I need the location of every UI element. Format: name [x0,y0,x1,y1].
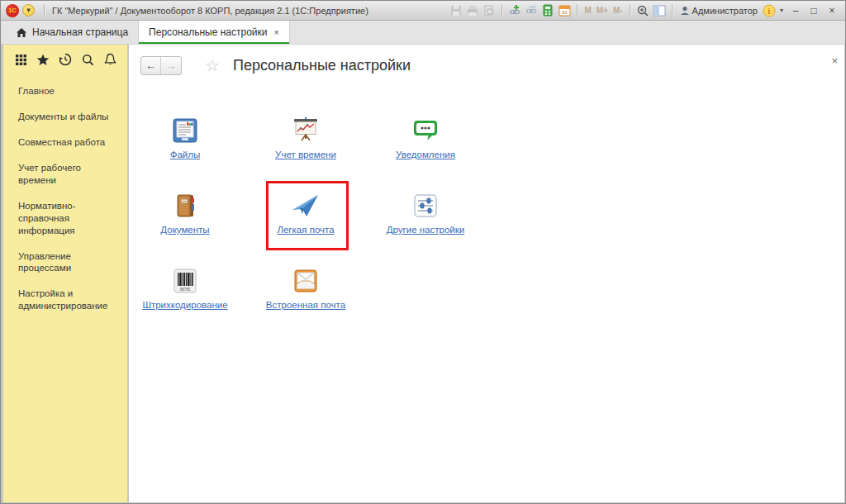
panel-header: ← → ☆ Персональные настройки [140,52,836,78]
tab-home-page[interactable]: Начальная страница [6,21,138,44]
sidebar-item-settings-administration[interactable]: Настройка и администрирование [3,281,127,319]
split-window-icon[interactable] [652,3,667,18]
main-menu-button[interactable]: ▼ [22,4,35,17]
calculator-icon[interactable] [540,3,555,18]
documents-book-icon [125,182,245,220]
history-nav-group: ← → [140,56,182,75]
paper-plane-icon [245,182,366,220]
preview-icon[interactable] [482,3,497,18]
info-dropdown-caret[interactable]: ▾ [780,7,783,14]
back-button[interactable]: ← [141,57,161,74]
mail-envelope-icon [245,257,366,295]
close-button[interactable]: × [824,3,840,18]
tile-other-settings[interactable]: Другие настройки [365,182,486,236]
print-icon[interactable] [465,3,480,18]
settings-link-barcoding[interactable]: Штрихкодирование [142,300,227,310]
barcode-icon: 98765 [125,257,245,295]
tile-notifications[interactable]: Уведомления [365,107,486,161]
search-icon[interactable] [80,52,95,67]
memory-minus-button[interactable]: M- [611,6,625,15]
forward-button[interactable]: → [161,57,181,74]
history-icon[interactable] [58,52,73,67]
calendar-icon[interactable]: 31 [557,3,572,18]
notification-bubble-icon [365,107,486,145]
current-user[interactable]: Администратор [680,6,758,16]
tab-label: Персональные настройки [149,26,267,38]
sidebar-item-reference-info[interactable]: Нормативно-справочная информация [3,193,127,244]
tile-barcoding[interactable]: 98765 Штрихкодирование [125,257,245,311]
settings-link-files[interactable]: Файлы [170,150,201,159]
sections-sidebar: Главное Документы и файлы Совместная раб… [3,45,128,502]
svg-text:98765: 98765 [180,288,191,292]
settings-link-time-tracking[interactable]: Учет времени [275,150,336,159]
svg-text:31: 31 [562,10,568,15]
divider [501,4,502,17]
window-title: ГК "Меркурий" / Документооборот 8 КОРП, … [52,6,368,16]
bell-icon[interactable] [102,52,117,67]
save-icon[interactable] [449,3,463,18]
sidebar-item-documents-files[interactable]: Документы и файлы [3,104,127,130]
svg-text:i: i [768,7,771,16]
divider [630,4,630,17]
divider [672,4,673,17]
1c-logo-icon: 1С [6,4,19,17]
user-icon [680,6,690,16]
tile-easy-mail[interactable]: Легкая почта [245,182,366,236]
settings-link-easy-mail[interactable]: Легкая почта [277,225,334,235]
application-window: 1С ▼ ГК "Меркурий" / Документооборот 8 К… [0,0,846,504]
settings-link-other-settings[interactable]: Другие настройки [387,225,464,235]
home-icon [16,27,27,38]
time-chart-icon [245,107,366,145]
title-bar: 1С ▼ ГК "Меркурий" / Документооборот 8 К… [1,1,845,21]
tile-builtin-mail[interactable]: Встроенная почта [245,257,366,311]
memory-recall-button[interactable]: M [582,6,593,15]
maximize-button[interactable]: □ [806,3,822,18]
divider [577,4,577,17]
tab-label: Начальная страница [32,26,128,38]
sidebar-item-collaboration[interactable]: Совместная работа [3,130,127,155]
sliders-icon [365,182,486,220]
tab-close-icon[interactable]: × [274,27,279,37]
memory-plus-button[interactable]: M+ [594,6,611,15]
sidebar-item-main[interactable]: Главное [3,78,127,104]
minimize-button[interactable]: – [787,3,804,18]
get-link-icon[interactable] [524,3,539,18]
sections-menu: Главное Документы и файлы Совместная раб… [3,78,127,319]
sidebar-item-time-tracking[interactable]: Учет рабочего времени [3,155,127,193]
sidebar-toolbar [3,45,127,74]
star-icon[interactable] [36,52,50,67]
tab-personal-settings[interactable]: Персональные настройки × [138,21,290,44]
tile-files[interactable]: Файлы [125,107,245,161]
files-icon [125,107,245,145]
sidebar-item-process-management[interactable]: Управление процессами [3,244,127,282]
zoom-icon[interactable] [635,3,650,18]
settings-link-builtin-mail[interactable]: Встроенная почта [266,300,345,310]
tab-bar: Начальная страница Персональные настройк… [1,21,845,45]
tile-documents[interactable]: Документы [125,182,245,236]
main-panel: ← → ☆ Персональные настройки × Файлы Уче… [129,45,844,502]
settings-link-notifications[interactable]: Уведомления [396,150,455,159]
panel-close-icon[interactable]: × [831,55,838,67]
page-title: Персональные настройки [233,57,411,74]
tile-time-tracking[interactable]: Учет времени [245,107,366,161]
divider [44,4,45,17]
menu-grid-icon[interactable] [13,52,28,67]
add-link-icon[interactable] [507,3,522,18]
info-icon[interactable]: i [762,3,777,18]
user-name: Администратор [692,6,758,16]
favorite-star-icon[interactable]: ☆ [205,55,220,75]
settings-link-documents[interactable]: Документы [160,225,209,235]
